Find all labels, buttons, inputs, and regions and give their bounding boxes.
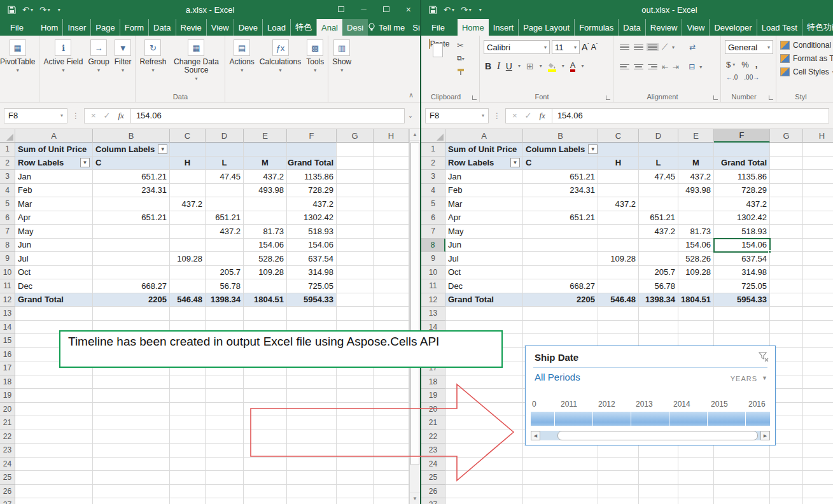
row-header-22[interactable]: 22 <box>421 430 445 444</box>
cell-C5[interactable]: 437.2 <box>598 197 639 211</box>
cell-H5[interactable] <box>374 197 409 211</box>
undo-icon[interactable]: ↶▾ <box>22 5 33 15</box>
timeline-period-segment-2012[interactable] <box>593 412 631 426</box>
row-header-24[interactable]: 24 <box>421 458 445 472</box>
ribbon-tab-Developer[interactable]: Developer <box>710 19 757 36</box>
cell-D12[interactable]: 1398.34 <box>639 293 678 307</box>
cell-G5[interactable] <box>337 197 374 211</box>
ribbon-tab-Deve[interactable]: Deve <box>234 19 263 36</box>
cell-D6[interactable]: 651.21 <box>639 211 678 225</box>
column-header-F[interactable]: F <box>287 129 337 143</box>
cell-F4[interactable]: 728.29 <box>714 184 770 198</box>
cell-B5[interactable] <box>523 197 598 211</box>
cell-B14[interactable] <box>523 321 598 335</box>
cell-C7[interactable] <box>170 225 206 239</box>
cell-H24[interactable] <box>803 458 833 472</box>
cell-G2[interactable] <box>337 157 374 171</box>
row-header-3[interactable]: 3 <box>421 170 445 184</box>
cell-G3[interactable] <box>337 170 374 184</box>
cell-B26[interactable] <box>93 485 170 499</box>
column-header-D[interactable]: D <box>206 129 244 143</box>
ribbon-button-active-field[interactable]: ℹActive Field▾ <box>41 38 85 92</box>
row-header-8[interactable]: 8 <box>421 239 445 253</box>
left-vertical-scrollbar[interactable]: ▲ ▼ <box>409 129 420 504</box>
cell-A26[interactable] <box>445 485 523 499</box>
cell-C4[interactable] <box>598 184 639 198</box>
ribbon-tab-View[interactable]: View <box>207 19 234 36</box>
clear-filter-icon[interactable] <box>759 351 769 362</box>
cell-G25[interactable] <box>770 471 803 485</box>
cell-H17[interactable] <box>803 361 833 375</box>
cell-G10[interactable] <box>337 266 374 280</box>
cell-B25[interactable] <box>523 471 598 485</box>
maximize-icon[interactable] <box>383 5 389 14</box>
increase-indent-icon[interactable]: ⇥ <box>673 62 679 71</box>
cell-B18[interactable] <box>93 375 170 389</box>
cell-B1[interactable]: Column Labels▼ <box>93 143 170 157</box>
row-header-20[interactable]: 20 <box>421 403 445 417</box>
fill-handle[interactable] <box>768 250 771 253</box>
cell-H13[interactable] <box>803 307 833 321</box>
cell-C21[interactable] <box>170 416 206 430</box>
cell-A10[interactable]: Oct <box>445 266 523 280</box>
cell-H10[interactable] <box>803 266 833 280</box>
cell-E4[interactable]: 493.98 <box>244 184 287 198</box>
redo-icon[interactable]: ↷▾ <box>39 5 50 15</box>
font-color-icon[interactable]: A <box>570 60 576 72</box>
cell-D13[interactable] <box>639 307 678 321</box>
cell-H3[interactable] <box>374 170 409 184</box>
cell-D26[interactable] <box>639 485 678 499</box>
cell-A8[interactable]: Jun <box>15 239 93 253</box>
ribbon-tab-Form[interactable]: Form <box>120 19 149 36</box>
row-header-9[interactable]: 9 <box>0 252 15 266</box>
cell-H18[interactable] <box>803 375 833 389</box>
cell-A12[interactable]: Grand Total <box>15 293 93 307</box>
cell-E10[interactable]: 109.28 <box>244 266 287 280</box>
cell-F6[interactable]: 1302.42 <box>287 211 337 225</box>
cell-D5[interactable] <box>206 197 244 211</box>
ribbon-tab-Load[interactable]: Load <box>263 19 291 36</box>
ribbon-tab-特色功能[interactable]: 特色功能 <box>802 19 833 36</box>
row-header-21[interactable]: 21 <box>0 416 15 430</box>
timeline-period-segment-2011[interactable] <box>555 412 593 426</box>
cell-A25[interactable] <box>15 471 93 485</box>
cell-C20[interactable] <box>170 403 206 417</box>
ribbon-tab-Data[interactable]: Data <box>619 19 645 36</box>
middle-align-icon[interactable] <box>634 45 643 50</box>
cell-C26[interactable] <box>598 485 639 499</box>
cell-F10[interactable]: 314.98 <box>287 266 337 280</box>
scroll-up-icon[interactable]: ▲ <box>410 129 420 141</box>
cell-G24[interactable] <box>770 458 803 472</box>
row-header-4[interactable]: 4 <box>0 184 15 198</box>
cell-E6[interactable] <box>678 211 714 225</box>
cell-A24[interactable] <box>15 458 93 472</box>
cell-D25[interactable] <box>206 471 244 485</box>
row-header-23[interactable]: 23 <box>421 444 445 458</box>
cell-D7[interactable]: 437.2 <box>206 225 244 239</box>
cell-E25[interactable] <box>244 471 287 485</box>
cell-F19[interactable] <box>287 389 337 403</box>
cell-H22[interactable] <box>374 430 409 444</box>
cell-H23[interactable] <box>803 444 833 458</box>
ribbon-button-group[interactable]: →Group▾ <box>85 38 111 92</box>
cell-H19[interactable] <box>803 389 833 403</box>
wrap-text-icon[interactable]: ⇄ <box>689 43 696 52</box>
cell-E20[interactable] <box>244 403 287 417</box>
cell-B8[interactable] <box>93 239 170 253</box>
cell-H26[interactable] <box>374 485 409 499</box>
row-header-6[interactable]: 6 <box>0 211 15 225</box>
cell-H2[interactable] <box>374 157 409 171</box>
cell-A1[interactable]: Sum of Unit Price <box>445 143 523 157</box>
cell-E12[interactable]: 1804.51 <box>244 293 287 307</box>
column-header-H[interactable]: H <box>374 129 409 143</box>
row-header-7[interactable]: 7 <box>421 225 445 239</box>
ribbon-tab-Anal[interactable]: Anal <box>317 19 342 36</box>
cell-F2[interactable]: Grand Total <box>287 157 337 171</box>
cell-B2[interactable]: C <box>93 157 170 171</box>
cell-E24[interactable] <box>244 458 287 472</box>
cell-F14[interactable] <box>714 321 770 335</box>
cell-C6[interactable] <box>170 211 206 225</box>
cell-G13[interactable] <box>337 307 374 321</box>
cancel-icon[interactable]: × <box>91 111 96 120</box>
cell-F3[interactable]: 1135.86 <box>287 170 337 184</box>
